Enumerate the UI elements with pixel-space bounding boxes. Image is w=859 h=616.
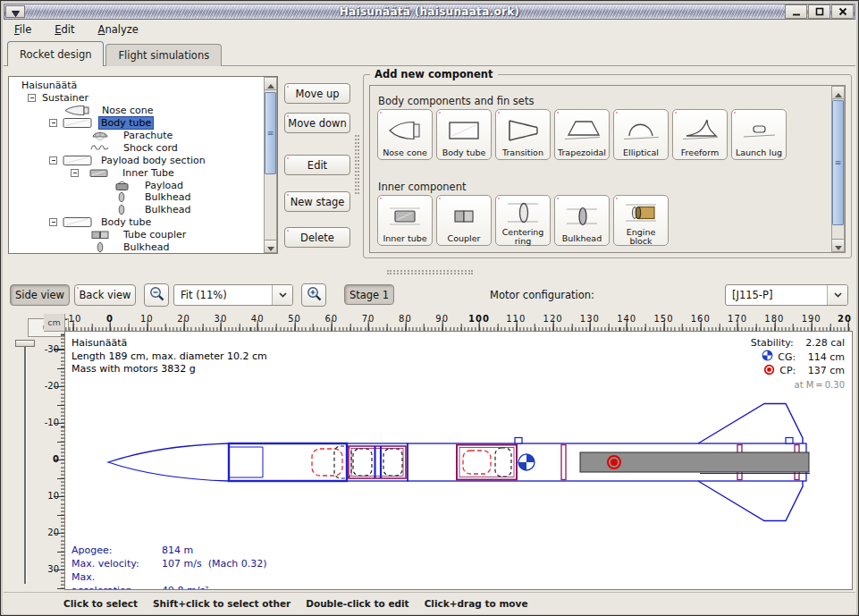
parachute-outline[interactable]	[312, 449, 342, 476]
tube-component-icon	[443, 112, 484, 148]
component-tree[interactable]: HaisunäätäSustainerNose coneBody tubePar…	[8, 76, 278, 254]
action-button-edit[interactable]: Edit	[284, 155, 350, 175]
nose-component-icon	[384, 112, 425, 148]
ruler-tick-label: 190	[802, 314, 821, 324]
scroll-up-button[interactable]	[265, 78, 276, 90]
centering-ring-outline[interactable]	[561, 445, 566, 480]
nose-cone-outline[interactable]	[108, 443, 229, 481]
menu-edit[interactable]: Edit	[55, 23, 74, 36]
action-button-new-stage[interactable]: New stage	[284, 191, 350, 212]
component-button-engine-block[interactable]: Engine block	[613, 195, 669, 246]
scroll-up-button[interactable]	[832, 87, 844, 99]
component-button-body-tube[interactable]: Body tube	[436, 109, 492, 160]
zoom-out-button[interactable]	[144, 283, 169, 307]
ruler-tick-label: 70	[362, 314, 375, 324]
component-button-freeform[interactable]: Freeform	[672, 109, 728, 160]
rotation-slider[interactable]	[15, 340, 35, 347]
rocket-design-canvas[interactable]: HaisunäätäLength 189 cm, max. diameter 1…	[65, 332, 852, 589]
component-button-launch-lug[interactable]: Launch lug	[731, 109, 787, 160]
title-bar[interactable]: Haisunäätä (haisunaata.ork)	[4, 4, 855, 20]
zoom-in-button[interactable]	[301, 283, 326, 307]
scroll-down-button[interactable]	[265, 240, 276, 252]
tab-flight-simulations[interactable]: Flight simulations	[105, 44, 222, 66]
component-button-bulkhead[interactable]: Bulkhead	[554, 195, 610, 246]
side-view-button[interactable]: Side view	[10, 284, 70, 306]
back-view-button[interactable]: Back view	[74, 284, 136, 306]
tree-item-body-tube[interactable]: Body tube	[9, 216, 277, 229]
menu-analyze[interactable]: Analyze	[98, 23, 139, 36]
palette-scrollbar[interactable]: ≡	[831, 86, 845, 252]
action-button-move-down[interactable]: Move down	[284, 113, 350, 133]
payload-mass-outline[interactable]	[353, 449, 372, 476]
tree-item-nose-cone[interactable]: Nose cone	[9, 105, 277, 117]
component-button-nose-cone[interactable]: Nose cone	[377, 109, 433, 160]
tree-scrollbar-thumb[interactable]: ≡	[265, 92, 276, 174]
innertube-component-icon	[384, 198, 425, 234]
tree-scrollbar[interactable]: ≡	[264, 77, 277, 253]
tree-item-haisunäätä[interactable]: Haisunäätä	[9, 80, 277, 92]
tree-item-payload-body-section[interactable]: Payload body section	[9, 154, 277, 166]
expand-collapse-icon[interactable]	[28, 94, 36, 102]
tree-item-bulkhead[interactable]: Bulkhead	[9, 241, 277, 254]
fin-outline-bottom[interactable]	[698, 481, 803, 521]
tree-item-label: Bulkhead	[122, 241, 171, 253]
ruler-tick-label: 30	[215, 314, 228, 324]
ruler-tick-label: 30	[47, 564, 59, 574]
close-button[interactable]	[831, 4, 854, 19]
component-button-elliptical[interactable]: Elliptical	[613, 109, 669, 160]
component-button-coupler[interactable]: Coupler	[436, 195, 492, 246]
tree-item-bulkhead[interactable]: Bulkhead	[9, 204, 277, 216]
scroll-down-button[interactable]	[832, 239, 844, 251]
expand-collapse-icon[interactable]	[49, 119, 57, 127]
window-controls	[784, 4, 854, 19]
motor-configuration-select[interactable]: [J115-P]	[725, 284, 848, 306]
tree-item-payload[interactable]: Payload	[9, 179, 277, 191]
component-button-trapezoidal[interactable]: Trapezoidal	[554, 109, 610, 160]
bulkhead-icon	[105, 191, 138, 203]
launch-lug-outline[interactable]	[786, 438, 793, 444]
tree-item-inner-tube[interactable]: Inner Tube	[9, 166, 277, 179]
ruler-tick-label: 160	[691, 314, 711, 324]
component-button-centering-ring[interactable]: Centering ring	[495, 195, 551, 246]
ruler-tick-label: 200	[838, 314, 852, 324]
launchlug-component-icon	[738, 112, 779, 148]
section-label-body-components-and-fin-sets: Body components and fin sets	[378, 95, 534, 107]
engineblock-component-icon	[620, 198, 661, 228]
stat-value: 814 m	[162, 544, 193, 556]
tree-item-parachute[interactable]: Parachute	[9, 130, 277, 142]
tree-item-sustainer[interactable]: Sustainer	[9, 92, 277, 105]
vertical-splitter[interactable]	[355, 135, 359, 194]
action-button-delete[interactable]: Delete	[284, 227, 350, 248]
maximize-button[interactable]	[808, 4, 830, 19]
tree-item-bulkhead[interactable]: Bulkhead	[9, 191, 277, 204]
rotation-slider-track	[24, 346, 26, 584]
component-button-label: Bulkhead	[562, 234, 602, 243]
stage-1-toggle[interactable]: Stage 1	[344, 284, 394, 305]
tree-item-tube-coupler[interactable]: Tube coupler	[9, 229, 277, 241]
coupler-icon	[84, 229, 116, 240]
zoom-level-select[interactable]: Fit (11%)	[173, 284, 293, 306]
minimize-button[interactable]	[785, 4, 807, 19]
component-button-transition[interactable]: Transition	[495, 109, 551, 160]
inner-tube-outline[interactable]	[349, 446, 406, 478]
component-button-inner-tube[interactable]: Inner tube	[377, 195, 433, 246]
status-hint: Click to select	[63, 598, 138, 609]
tree-item-shock-cord[interactable]: Shock cord	[9, 141, 277, 154]
menu-file[interactable]: File	[14, 23, 31, 36]
tab-rocket-design[interactable]: Rocket design	[7, 41, 104, 66]
expand-collapse-icon[interactable]	[49, 218, 57, 226]
component-button-label: Transition	[502, 148, 543, 157]
launch-lug-outline[interactable]	[515, 438, 522, 444]
tree-item-label: Payload body section	[99, 155, 207, 166]
expand-collapse-icon[interactable]	[49, 156, 57, 165]
chevron-down-icon[interactable]	[827, 285, 847, 305]
tube-coupler-outline[interactable]	[457, 445, 517, 480]
horizontal-splitter[interactable]	[387, 270, 473, 274]
palette-scrollbar-thumb[interactable]: ≡	[832, 100, 844, 225]
tree-item-body-tube[interactable]: Body tube	[9, 117, 277, 130]
tube-icon	[62, 155, 94, 166]
expand-collapse-icon[interactable]	[71, 169, 79, 177]
chevron-down-icon[interactable]	[272, 285, 292, 305]
application-window: Haisunäätä (haisunaata.ork) FileEditAnal…	[0, 0, 859, 616]
action-button-move-up[interactable]: Move up	[284, 83, 350, 104]
